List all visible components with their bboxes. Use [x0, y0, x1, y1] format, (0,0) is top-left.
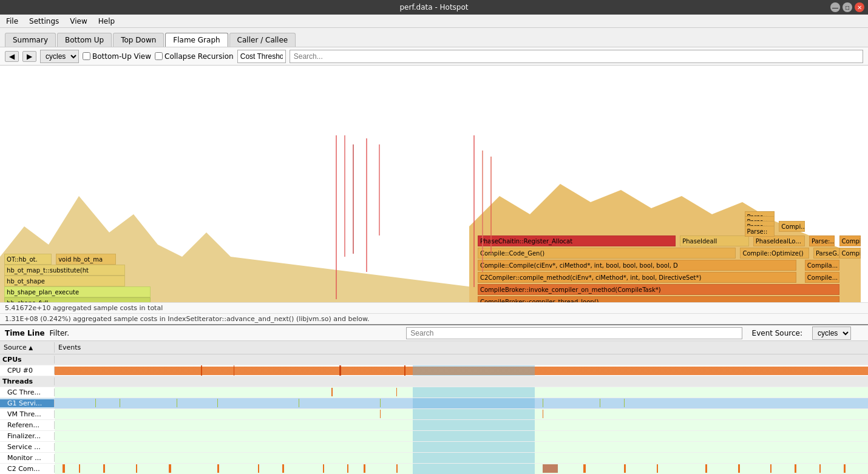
timeline-title: Time Line — [5, 329, 45, 337]
flame-bar[interactable]: Compi... — [779, 221, 805, 232]
flame-bar[interactable]: ParseG... — [813, 248, 839, 259]
flame-spike — [490, 157, 492, 254]
timeline-group-cpus: CPUs — [0, 354, 868, 365]
flame-graph: start_threadthread_native_entry(Thread*)… — [0, 66, 868, 302]
tab-summary[interactable]: Summary — [5, 33, 56, 47]
timeline-row-cpu0[interactable]: CPU #0 — [0, 365, 868, 376]
flame-bar[interactable]: hb_ot_map_t::substitute(ht — [4, 265, 125, 276]
flame-spike — [344, 135, 345, 257]
flame-spike — [379, 144, 380, 235]
tab-top-down[interactable]: Top Down — [113, 33, 164, 47]
flame-bar[interactable]: PhaseIdeall — [680, 235, 748, 246]
collapse-recursion-checkbox[interactable] — [155, 52, 163, 60]
window-controls: — □ ✕ — [830, 2, 864, 12]
tabs-bar: Summary Bottom Up Top Down Flame Graph C… — [0, 28, 868, 47]
flame-bar[interactable]: Compile::Optimize() — [740, 248, 809, 259]
flame-bar[interactable]: C2Compiler::compile_method(ciEnv*, ciMet… — [478, 272, 796, 283]
menu-settings[interactable]: Settings — [27, 16, 61, 26]
timeline-group-threads: Threads — [0, 376, 868, 387]
menu-view[interactable]: View — [67, 16, 89, 26]
timeline-filter-label: Filter. — [50, 329, 69, 337]
nav-back-button[interactable]: ◀ — [5, 51, 19, 62]
close-button[interactable]: ✕ — [855, 2, 864, 12]
bottom-up-view-checkbox[interactable] — [83, 52, 90, 60]
title-bar: perf.data - Hotspot — □ ✕ — [0, 0, 868, 15]
flame-bar[interactable]: PhaseChaitin::Register_Allocat — [478, 235, 676, 246]
flame-bar[interactable]: Compila... — [805, 260, 839, 271]
flame-bar[interactable]: Compil... — [839, 235, 861, 246]
flame-bar[interactable]: Parse:: — [745, 226, 775, 237]
menu-file[interactable]: File — [4, 16, 21, 26]
collapse-recursion-label[interactable]: Collapse Recursion — [155, 52, 234, 61]
timeline-row-g1service[interactable]: G1 Servi... — [0, 398, 868, 409]
flame-bar[interactable]: OT::hb_ot. — [4, 254, 52, 265]
toolbar: ◀ ▶ cycles Bottom-Up View Collapse Recur… — [0, 47, 868, 66]
flame-spike — [353, 144, 354, 254]
tab-bottom-up[interactable]: Bottom Up — [57, 33, 112, 47]
flame-bar[interactable]: Compila... — [839, 248, 861, 259]
timeline-section: Time Line Filter. Event Source: cycles S… — [0, 324, 868, 474]
flame-bar[interactable]: hb_ot_shape — [4, 276, 125, 286]
timeline-row-finalizer[interactable]: Finalizer... — [0, 431, 868, 442]
timeline-cols-header: Source ▲ Events — [0, 341, 868, 354]
flame-bar[interactable]: Parse:... — [809, 235, 835, 246]
flame-bar[interactable]: CompileBroker::invoke_compiler_on_method… — [478, 284, 839, 295]
cost-threshold-input[interactable] — [237, 50, 286, 63]
timeline-body[interactable]: CPUs CPU #0 Threads GC Thre... — [0, 354, 868, 474]
tab-caller-callee[interactable]: Caller / Callee — [229, 33, 296, 47]
timeline-row-referen[interactable]: Referen... — [0, 420, 868, 431]
tab-flame-graph[interactable]: Flame Graph — [165, 33, 228, 47]
flame-bar[interactable]: hb_shape_full — [4, 297, 151, 302]
cycles-select[interactable]: cycles — [40, 50, 79, 63]
timeline-search[interactable] — [406, 327, 742, 339]
timeline-row-monitor[interactable]: Monitor ... — [0, 453, 868, 464]
flame-bar[interactable]: PhaseIdealLo... — [753, 235, 805, 246]
nav-forward-button[interactable]: ▶ — [22, 51, 36, 62]
flame-bar[interactable]: Compile::Compile(ciEnv*, ciMethod*, int,… — [478, 260, 796, 271]
flame-bar[interactable]: Compile::Code_Gen() — [478, 248, 736, 259]
search-input[interactable] — [290, 50, 863, 63]
flame-spike — [482, 151, 483, 272]
event-source-select[interactable]: cycles — [812, 327, 851, 340]
timeline-header: Time Line Filter. Event Source: cycles — [0, 325, 868, 341]
flame-spike — [473, 135, 475, 287]
minimize-button[interactable]: — — [830, 2, 840, 12]
menu-bar: File Settings View Help — [0, 15, 868, 28]
timeline-row-vmthread[interactable]: VM Thre... — [0, 409, 868, 420]
timeline-row-c2com1[interactable]: C2 Com... — [0, 464, 868, 474]
col-source-header[interactable]: Source ▲ — [0, 342, 55, 353]
flame-spike — [366, 138, 367, 272]
timeline-row-gcthread[interactable]: GC Thre... — [0, 387, 868, 398]
status-bar-2: 1.31E+08 (0.242%) aggregated sample cost… — [0, 313, 868, 324]
window-title: perf.data - Hotspot — [399, 3, 468, 12]
status-bar-1: 5.41672e+10 aggregated sample costs in t… — [0, 302, 868, 313]
flame-bar[interactable]: void hb_ot_ma — [56, 254, 116, 265]
event-source-label: Event Source: — [747, 329, 807, 337]
flame-graph-container[interactable]: start_threadthread_native_entry(Thread*)… — [0, 66, 868, 302]
bottom-up-view-label[interactable]: Bottom-Up View — [83, 52, 151, 61]
flame-bar[interactable]: CompileBroker::compiler_thread_loop() — [478, 296, 839, 302]
col-events-header: Events — [55, 342, 861, 353]
maximize-button[interactable]: □ — [843, 2, 852, 12]
menu-help[interactable]: Help — [96, 16, 117, 26]
timeline-row-service[interactable]: Service ... — [0, 442, 868, 453]
flame-spike — [336, 135, 337, 299]
flame-bar[interactable]: Compile... — [805, 272, 839, 283]
flame-bar[interactable]: hb_shape_plan_execute — [4, 286, 151, 297]
